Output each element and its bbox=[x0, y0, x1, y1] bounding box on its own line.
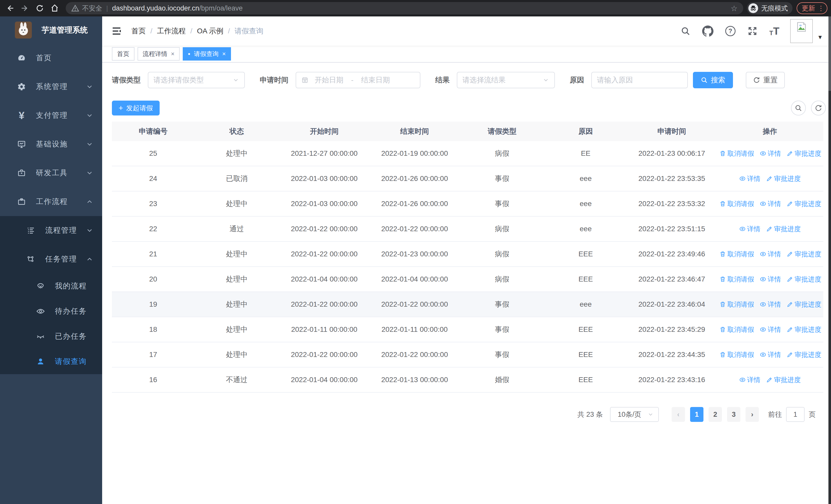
action-detail[interactable]: 详情 bbox=[739, 225, 761, 234]
breadcrumb-item[interactable]: 首页 bbox=[132, 26, 146, 36]
sidebar-item-workflow[interactable]: 工作流程 bbox=[0, 187, 102, 216]
github-icon[interactable] bbox=[702, 25, 713, 37]
browser-reload-button[interactable] bbox=[32, 2, 47, 14]
search-button[interactable]: 搜索 bbox=[693, 72, 733, 88]
table-row: 25处理中2021-12-27 00:00:002022-01-19 00:00… bbox=[112, 141, 823, 166]
breadcrumb-item[interactable]: OA 示例 bbox=[197, 26, 224, 36]
start-date-placeholder[interactable]: 开始日期 bbox=[315, 75, 343, 85]
action-cancel-leave[interactable]: 取消请假 bbox=[719, 300, 754, 309]
next-page-button[interactable]: › bbox=[746, 407, 759, 422]
tab-leave-query[interactable]: ● 请假查询 × bbox=[183, 47, 231, 61]
sidebar-item-todo-tasks[interactable]: 待办任务 bbox=[0, 299, 102, 324]
help-icon[interactable]: ? bbox=[725, 26, 736, 36]
apply-time-range-picker[interactable]: 开始日期 - 结束日期 bbox=[296, 72, 420, 88]
sidebar-item-devtools[interactable]: 研发工具 bbox=[0, 158, 102, 187]
sidebar-item-system[interactable]: 系统管理 bbox=[0, 72, 102, 101]
cell-reason: eee bbox=[544, 200, 627, 208]
breadcrumb-separator: / bbox=[228, 27, 230, 35]
briefcase-icon bbox=[16, 198, 27, 206]
security-warning-icon[interactable] bbox=[71, 4, 79, 12]
action-approval-progress[interactable]: 审批进度 bbox=[786, 325, 821, 334]
address-bar[interactable]: 不安全 | dashboard.yudao.iocoder.cn /bpm/oa… bbox=[66, 2, 743, 14]
sidebar-item-my-process[interactable]: 我的流程 bbox=[0, 273, 102, 299]
tab-close-icon[interactable]: × bbox=[222, 50, 226, 58]
action-approval-progress[interactable]: 审批进度 bbox=[766, 376, 801, 384]
scrollbar-thumb[interactable] bbox=[828, 17, 831, 91]
action-cancel-leave[interactable]: 取消请假 bbox=[719, 275, 754, 284]
action-cancel-leave[interactable]: 取消请假 bbox=[719, 250, 754, 259]
trash-icon bbox=[719, 326, 726, 333]
sidebar-item-process-mgmt[interactable]: 流程管理 bbox=[0, 216, 102, 245]
app-logo[interactable]: 芋道管理系统 bbox=[0, 17, 102, 43]
action-approval-progress[interactable]: 审批进度 bbox=[766, 225, 801, 234]
url-host[interactable]: dashboard.yudao.iocoder.cn bbox=[112, 4, 199, 12]
action-approval-progress[interactable]: 审批进度 bbox=[786, 350, 821, 359]
action-detail[interactable]: 详情 bbox=[739, 174, 761, 183]
action-label: 取消请假 bbox=[727, 199, 754, 208]
action-label: 审批进度 bbox=[795, 250, 821, 259]
leave-type-select[interactable]: 请选择请假类型 bbox=[148, 72, 245, 88]
cell-start-time: 2021-12-27 00:00:00 bbox=[279, 149, 369, 157]
sidebar-item-payment[interactable]: ¥ 支付管理 bbox=[0, 101, 102, 130]
tab-close-icon[interactable]: × bbox=[171, 50, 174, 58]
show-search-toggle-button[interactable] bbox=[791, 100, 806, 116]
reset-button[interactable]: 重置 bbox=[746, 72, 785, 88]
browser-forward-button[interactable] bbox=[18, 2, 32, 14]
action-cancel-leave[interactable]: 取消请假 bbox=[719, 199, 754, 208]
header-search-icon[interactable] bbox=[681, 26, 690, 36]
sidebar-item-home[interactable]: 首页 bbox=[0, 43, 102, 72]
cell-apply-time: 2022-01-23 00:06:17 bbox=[627, 149, 717, 157]
action-detail[interactable]: 详情 bbox=[739, 376, 761, 384]
tab-process-detail[interactable]: ● 流程详情 × bbox=[138, 47, 180, 61]
font-size-icon[interactable]: TT bbox=[769, 26, 779, 36]
action-detail[interactable]: 详情 bbox=[760, 199, 781, 208]
action-approval-progress[interactable]: 审批进度 bbox=[786, 149, 821, 158]
action-approval-progress[interactable]: 审批进度 bbox=[786, 275, 821, 284]
create-leave-button[interactable]: + 发起请假 bbox=[112, 100, 160, 116]
breadcrumb-item[interactable]: 工作流程 bbox=[157, 26, 186, 36]
goto-page-input[interactable] bbox=[786, 407, 805, 422]
action-approval-progress[interactable]: 审批进度 bbox=[786, 250, 821, 259]
sidebar-collapse-button[interactable] bbox=[111, 26, 122, 36]
action-approval-progress[interactable]: 审批进度 bbox=[766, 174, 801, 183]
action-detail[interactable]: 详情 bbox=[760, 275, 781, 284]
cell-status: 处理中 bbox=[195, 249, 279, 259]
action-approval-progress[interactable]: 审批进度 bbox=[786, 300, 821, 309]
browser-update-button[interactable]: 更新 ⋮ bbox=[797, 2, 827, 14]
sidebar-item-leave-query[interactable]: 请假查询 bbox=[0, 349, 102, 374]
action-label: 审批进度 bbox=[795, 149, 821, 158]
action-cancel-leave[interactable]: 取消请假 bbox=[719, 149, 754, 158]
refresh-table-button[interactable] bbox=[811, 100, 826, 116]
browser-back-button[interactable] bbox=[3, 2, 18, 14]
url-path[interactable]: /bpm/oa/leave bbox=[199, 4, 243, 12]
end-date-placeholder[interactable]: 结束日期 bbox=[361, 75, 390, 85]
action-detail[interactable]: 详情 bbox=[760, 350, 781, 359]
page-button[interactable]: 3 bbox=[727, 407, 740, 422]
sidebar-item-infra[interactable]: 基础设施 bbox=[0, 130, 102, 158]
action-detail[interactable]: 详情 bbox=[760, 300, 781, 309]
page-button[interactable]: 1 bbox=[690, 407, 704, 422]
edit-icon bbox=[766, 377, 773, 383]
action-cancel-leave[interactable]: 取消请假 bbox=[719, 325, 754, 334]
browser-scrollbar[interactable] bbox=[828, 17, 831, 504]
security-label[interactable]: 不安全 bbox=[82, 4, 102, 13]
action-detail[interactable]: 详情 bbox=[760, 250, 781, 259]
result-select[interactable]: 请选择流结果 bbox=[457, 72, 555, 88]
action-cancel-leave[interactable]: 取消请假 bbox=[719, 350, 754, 359]
action-approval-progress[interactable]: 审批进度 bbox=[786, 199, 821, 208]
sidebar-item-done-tasks[interactable]: 已办任务 bbox=[0, 324, 102, 349]
fullscreen-icon[interactable] bbox=[747, 26, 757, 36]
bookmark-star-icon[interactable]: ☆ bbox=[730, 4, 738, 13]
browser-menu-icon[interactable]: ⋮ bbox=[818, 4, 824, 12]
user-avatar[interactable] bbox=[790, 19, 813, 43]
tab-home[interactable]: ● 首页 × bbox=[112, 47, 135, 61]
avatar-caret-icon[interactable]: ▾ bbox=[819, 33, 822, 41]
prev-page-button[interactable]: ‹ bbox=[671, 407, 685, 422]
action-detail[interactable]: 详情 bbox=[760, 325, 781, 334]
page-size-select[interactable]: 10条/页 bbox=[610, 407, 659, 422]
page-button[interactable]: 2 bbox=[709, 407, 722, 422]
action-detail[interactable]: 详情 bbox=[760, 149, 781, 158]
browser-home-button[interactable] bbox=[47, 2, 62, 14]
reason-input[interactable] bbox=[592, 72, 687, 88]
sidebar-item-task-mgmt[interactable]: 任务管理 bbox=[0, 245, 102, 273]
